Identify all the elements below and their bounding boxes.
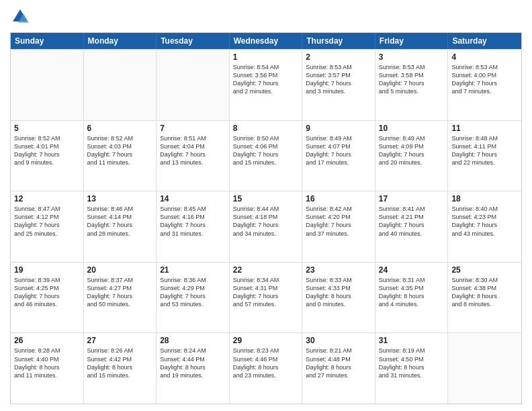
header — [10, 7, 522, 27]
calendar-cell: 8Sunrise: 8:50 AM Sunset: 4:06 PM Daylig… — [230, 121, 303, 191]
cell-info: Sunrise: 8:44 AM Sunset: 4:18 PM Dayligh… — [233, 205, 299, 238]
day-number: 19 — [14, 265, 80, 275]
calendar-cell: 2Sunrise: 8:53 AM Sunset: 3:57 PM Daylig… — [302, 50, 375, 120]
calendar-row: 26Sunrise: 8:28 AM Sunset: 4:40 PM Dayli… — [11, 332, 521, 404]
page: SundayMondayTuesdayWednesdayThursdayFrid… — [0, 0, 532, 411]
day-number: 9 — [306, 124, 371, 133]
cell-info: Sunrise: 8:42 AM Sunset: 4:20 PM Dayligh… — [306, 205, 371, 238]
cell-info: Sunrise: 8:34 AM Sunset: 4:31 PM Dayligh… — [233, 276, 299, 309]
cell-info: Sunrise: 8:23 AM Sunset: 4:46 PM Dayligh… — [233, 347, 299, 379]
day-number: 1 — [233, 52, 299, 62]
weekday-header: Wednesday — [230, 33, 303, 49]
cell-info: Sunrise: 8:48 AM Sunset: 4:11 PM Dayligh… — [451, 134, 518, 167]
calendar-cell: 21Sunrise: 8:36 AM Sunset: 4:29 PM Dayli… — [157, 263, 230, 333]
calendar-cell: 22Sunrise: 8:34 AM Sunset: 4:31 PM Dayli… — [230, 263, 303, 333]
calendar-cell: 20Sunrise: 8:37 AM Sunset: 4:27 PM Dayli… — [84, 263, 157, 333]
calendar-cell: 16Sunrise: 8:42 AM Sunset: 4:20 PM Dayli… — [302, 191, 375, 262]
calendar-cell — [11, 50, 84, 120]
cell-info: Sunrise: 8:37 AM Sunset: 4:27 PM Dayligh… — [87, 276, 153, 309]
weekday-header: Sunday — [11, 33, 84, 49]
cell-info: Sunrise: 8:46 AM Sunset: 4:14 PM Dayligh… — [87, 205, 153, 238]
cell-info: Sunrise: 8:28 AM Sunset: 4:40 PM Dayligh… — [14, 347, 80, 379]
day-number: 27 — [87, 336, 153, 345]
calendar-cell: 15Sunrise: 8:44 AM Sunset: 4:18 PM Dayli… — [230, 191, 303, 262]
calendar-cell: 14Sunrise: 8:45 AM Sunset: 4:16 PM Dayli… — [157, 191, 230, 262]
calendar-cell: 27Sunrise: 8:26 AM Sunset: 4:42 PM Dayli… — [84, 333, 157, 404]
cell-info: Sunrise: 8:52 AM Sunset: 4:01 PM Dayligh… — [14, 134, 80, 167]
calendar-cell: 26Sunrise: 8:28 AM Sunset: 4:40 PM Dayli… — [11, 333, 84, 404]
calendar-cell: 4Sunrise: 8:53 AM Sunset: 4:00 PM Daylig… — [448, 50, 521, 120]
calendar-row: 12Sunrise: 8:47 AM Sunset: 4:12 PM Dayli… — [11, 191, 521, 262]
calendar-header: SundayMondayTuesdayWednesdayThursdayFrid… — [11, 33, 521, 49]
cell-info: Sunrise: 8:19 AM Sunset: 4:50 PM Dayligh… — [379, 347, 445, 379]
day-number: 16 — [306, 194, 371, 203]
calendar-cell — [157, 50, 230, 120]
cell-info: Sunrise: 8:45 AM Sunset: 4:16 PM Dayligh… — [160, 205, 226, 238]
cell-info: Sunrise: 8:54 AM Sunset: 3:56 PM Dayligh… — [233, 63, 299, 96]
day-number: 23 — [306, 265, 371, 275]
day-number: 11 — [451, 124, 518, 133]
cell-info: Sunrise: 8:26 AM Sunset: 4:42 PM Dayligh… — [87, 347, 153, 379]
calendar-cell: 9Sunrise: 8:49 AM Sunset: 4:07 PM Daylig… — [302, 121, 375, 191]
calendar-cell — [448, 333, 521, 404]
day-number: 18 — [451, 194, 518, 203]
cell-info: Sunrise: 8:49 AM Sunset: 4:07 PM Dayligh… — [306, 134, 371, 167]
cell-info: Sunrise: 8:31 AM Sunset: 4:35 PM Dayligh… — [379, 276, 445, 309]
calendar-cell: 13Sunrise: 8:46 AM Sunset: 4:14 PM Dayli… — [84, 191, 157, 262]
cell-info: Sunrise: 8:36 AM Sunset: 4:29 PM Dayligh… — [160, 276, 226, 309]
logo-icon — [10, 7, 30, 27]
calendar-cell: 7Sunrise: 8:51 AM Sunset: 4:04 PM Daylig… — [157, 121, 230, 191]
cell-info: Sunrise: 8:52 AM Sunset: 4:03 PM Dayligh… — [87, 134, 153, 167]
day-number: 30 — [306, 336, 371, 345]
cell-info: Sunrise: 8:40 AM Sunset: 4:23 PM Dayligh… — [451, 205, 518, 238]
weekday-header: Friday — [375, 33, 449, 49]
day-number: 25 — [451, 265, 518, 275]
cell-info: Sunrise: 8:24 AM Sunset: 4:44 PM Dayligh… — [160, 347, 226, 379]
cell-info: Sunrise: 8:53 AM Sunset: 3:57 PM Dayligh… — [306, 63, 371, 96]
cell-info: Sunrise: 8:50 AM Sunset: 4:06 PM Dayligh… — [233, 134, 299, 167]
calendar-cell: 28Sunrise: 8:24 AM Sunset: 4:44 PM Dayli… — [157, 333, 230, 404]
day-number: 31 — [379, 336, 445, 345]
calendar-cell: 31Sunrise: 8:19 AM Sunset: 4:50 PM Dayli… — [375, 333, 449, 404]
cell-info: Sunrise: 8:47 AM Sunset: 4:12 PM Dayligh… — [14, 205, 80, 238]
day-number: 10 — [379, 124, 445, 133]
calendar-cell: 1Sunrise: 8:54 AM Sunset: 3:56 PM Daylig… — [230, 50, 303, 120]
calendar-cell: 29Sunrise: 8:23 AM Sunset: 4:46 PM Dayli… — [230, 333, 303, 404]
cell-info: Sunrise: 8:53 AM Sunset: 4:00 PM Dayligh… — [451, 63, 518, 96]
cell-info: Sunrise: 8:41 AM Sunset: 4:21 PM Dayligh… — [379, 205, 445, 238]
day-number: 2 — [306, 52, 371, 62]
day-number: 29 — [233, 336, 299, 345]
day-number: 5 — [14, 124, 80, 133]
calendar-cell: 18Sunrise: 8:40 AM Sunset: 4:23 PM Dayli… — [448, 191, 521, 262]
weekday-header: Tuesday — [157, 33, 230, 49]
day-number: 13 — [87, 194, 153, 203]
cell-info: Sunrise: 8:51 AM Sunset: 4:04 PM Dayligh… — [160, 134, 226, 167]
weekday-header: Monday — [84, 33, 157, 49]
calendar-cell: 3Sunrise: 8:53 AM Sunset: 3:58 PM Daylig… — [375, 50, 449, 120]
calendar: SundayMondayTuesdayWednesdayThursdayFrid… — [10, 32, 522, 404]
calendar-cell: 30Sunrise: 8:21 AM Sunset: 4:48 PM Dayli… — [302, 333, 375, 404]
cell-info: Sunrise: 8:30 AM Sunset: 4:38 PM Dayligh… — [451, 276, 518, 309]
calendar-cell: 23Sunrise: 8:33 AM Sunset: 4:33 PM Dayli… — [302, 263, 375, 333]
day-number: 22 — [233, 265, 299, 275]
day-number: 3 — [379, 52, 445, 62]
calendar-cell: 6Sunrise: 8:52 AM Sunset: 4:03 PM Daylig… — [84, 121, 157, 191]
calendar-cell: 10Sunrise: 8:49 AM Sunset: 4:09 PM Dayli… — [375, 121, 449, 191]
calendar-cell: 24Sunrise: 8:31 AM Sunset: 4:35 PM Dayli… — [375, 263, 449, 333]
cell-info: Sunrise: 8:33 AM Sunset: 4:33 PM Dayligh… — [306, 276, 371, 309]
cell-info: Sunrise: 8:49 AM Sunset: 4:09 PM Dayligh… — [379, 134, 445, 167]
day-number: 26 — [14, 336, 80, 345]
calendar-cell: 17Sunrise: 8:41 AM Sunset: 4:21 PM Dayli… — [375, 191, 449, 262]
calendar-row: 5Sunrise: 8:52 AM Sunset: 4:01 PM Daylig… — [11, 120, 521, 191]
calendar-cell: 5Sunrise: 8:52 AM Sunset: 4:01 PM Daylig… — [11, 121, 84, 191]
calendar-row: 1Sunrise: 8:54 AM Sunset: 3:56 PM Daylig… — [11, 49, 521, 120]
cell-info: Sunrise: 8:21 AM Sunset: 4:48 PM Dayligh… — [306, 347, 371, 379]
day-number: 8 — [233, 124, 299, 133]
day-number: 4 — [451, 52, 518, 62]
weekday-header: Saturday — [448, 33, 521, 49]
logo — [10, 7, 32, 27]
cell-info: Sunrise: 8:39 AM Sunset: 4:25 PM Dayligh… — [14, 276, 80, 309]
calendar-cell: 19Sunrise: 8:39 AM Sunset: 4:25 PM Dayli… — [11, 263, 84, 333]
day-number: 28 — [160, 336, 226, 345]
day-number: 24 — [379, 265, 445, 275]
